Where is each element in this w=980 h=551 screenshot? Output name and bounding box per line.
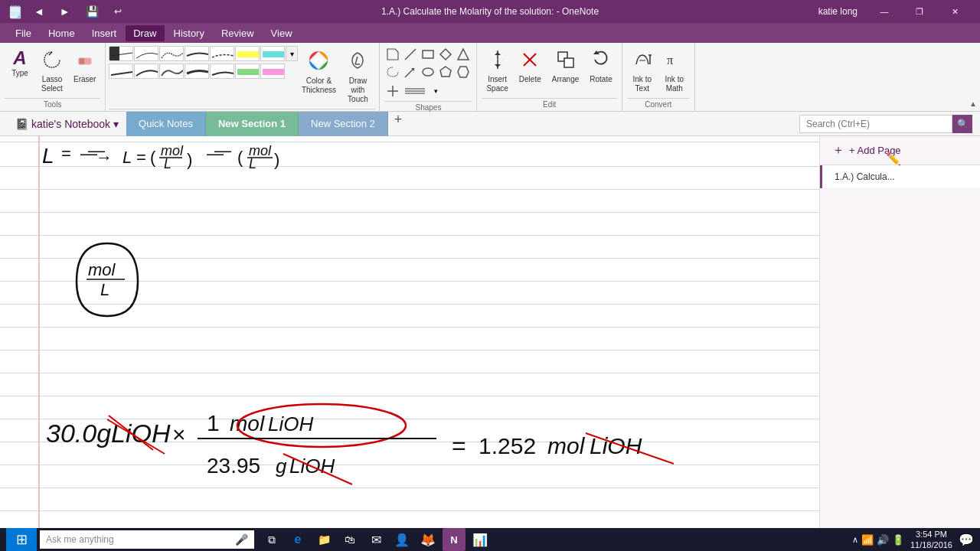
edge-browser-icon[interactable]: e [286,528,309,551]
pen-swatch-b5[interactable] [210,64,234,79]
color-thickness-button[interactable]: Color &Thickness [299,46,338,98]
pen-swatch-b4[interactable] [185,64,209,79]
volume-icon[interactable]: 🔊 [877,534,889,546]
ink-to-text-icon [632,49,653,73]
clock[interactable]: 3:54 PM 11/18/2016 [910,529,952,551]
delete-label: Delete [519,75,541,84]
folder-icon[interactable]: 📁 [312,528,335,551]
tab-new-section-1[interactable]: New Section 1 [206,112,299,136]
title-left: 🗒️ ◄ ► 💾 ↩ [8,4,126,19]
svg-text:(: ( [150,148,156,167]
back-button[interactable]: ◄ [29,4,49,19]
edit-note-icon[interactable]: ✏️ [886,152,901,166]
highlighter-cyan[interactable] [260,46,285,61]
svg-marker-27 [495,64,501,67]
pen-swatch-dropdown[interactable]: ▾ [286,46,298,61]
minimize-button[interactable]: — [867,0,902,23]
eraser-button[interactable]: Eraser [69,46,100,87]
insert-space-label: InsertSpace [486,75,508,93]
shape-diamond[interactable] [437,46,454,63]
shape-cross[interactable] [384,83,401,99]
type-button[interactable]: A Type [5,46,35,81]
pen-swatch-b3[interactable] [159,64,184,79]
add-section-button[interactable]: + [388,112,409,136]
insert-space-icon [487,49,508,73]
shape-triangle[interactable] [455,46,472,63]
onenote-taskbar-icon[interactable]: N [443,528,466,551]
up-arrow-icon[interactable]: ∧ [852,535,858,545]
save-button[interactable]: 💾 [81,4,103,19]
lasso-label: LassoSelect [41,75,63,93]
notification-button[interactable]: 💬 [959,533,974,547]
delete-button[interactable]: Delete [514,46,546,87]
pen-swatch-1[interactable] [109,46,133,61]
menu-review[interactable]: Review [214,25,262,41]
menu-home[interactable]: Home [41,25,83,41]
tools-group-content: A Type LassoSelect [5,46,100,96]
pen-swatch-5[interactable] [210,46,234,61]
shape-hexagon[interactable] [455,64,472,80]
search-button[interactable]: 🔍 [952,115,972,133]
shape-pentagon[interactable] [437,64,454,80]
start-button[interactable]: ⊞ [6,528,37,551]
firefox-icon[interactable]: 🦊 [416,528,439,551]
rotate-button[interactable]: Rotate [585,46,616,87]
menu-history[interactable]: History [166,25,212,41]
menu-insert[interactable]: Insert [84,25,125,41]
store-icon[interactable]: 🛍 [338,528,361,551]
ribbon-collapse[interactable]: ▲ [966,43,980,111]
close-button[interactable]: ✕ [937,0,972,23]
ink-to-math-button[interactable]: π Ink toMath [659,46,690,96]
page-item-1[interactable]: 1.A.) Calcula... [820,165,980,188]
highlighter-yellow[interactable] [235,46,260,61]
notebook-name-button[interactable]: 📓 katie's Notebook ▾ [8,118,126,130]
lasso-button[interactable]: LassoSelect [37,46,67,96]
taskbar-icons: ⧉ e 📁 🛍 ✉ 👤 🦊 N 📊 [260,528,492,551]
shape-dropdown[interactable]: ▾ [427,83,444,99]
highlighter-pink[interactable] [260,64,285,79]
svg-text:mol: mol [88,260,116,279]
app-icon-2[interactable]: 📊 [469,528,492,551]
menu-view[interactable]: View [263,25,300,41]
eraser-label: Eraser [74,75,96,84]
svg-text:(: ( [237,148,243,167]
undo-button[interactable]: ↩ [109,5,126,18]
shape-lasso[interactable] [384,64,401,80]
shape-rect[interactable] [420,46,436,63]
menu-file[interactable]: File [8,25,39,41]
tab-new-section-2[interactable]: New Section 2 [299,112,388,136]
shape-select[interactable] [384,46,401,63]
pen-swatch-2[interactable] [134,46,158,61]
highlighter-green[interactable] [235,64,260,79]
shape-arrow[interactable] [402,64,419,80]
svg-text:L: L [42,144,54,168]
svg-text:=: = [452,432,466,459]
network-icon[interactable]: 📶 [861,534,874,546]
shape-align[interactable] [403,83,426,99]
pen-swatch-3[interactable] [159,46,184,61]
type-icon: A [13,49,26,67]
ink-to-math-label: Ink toMath [665,75,684,93]
equation-top: L = — — → L = ( mol L ) — — ( mol L [42,141,279,171]
taskbar-search[interactable]: Ask me anything 🎤 [40,530,254,549]
restore-button[interactable]: ❐ [902,0,937,23]
ink-to-text-button[interactable]: Ink toText [627,46,658,96]
pen-swatch-b2[interactable] [134,64,158,79]
mail-icon[interactable]: ✉ [364,528,387,551]
pen-swatch-b1[interactable] [109,64,133,79]
shape-ellipse[interactable] [420,64,436,80]
shape-line[interactable] [402,46,419,63]
notebook-dropdown-arrow: ▾ [113,118,119,130]
note-canvas[interactable]: L = — — → L = ( mol L ) — — ( mol L [0,136,819,528]
forward-button[interactable]: ► [55,4,75,19]
menu-draw[interactable]: Draw [126,25,164,41]
battery-icon[interactable]: 🔋 [892,534,904,546]
arrange-button[interactable]: Arrange [547,46,584,87]
search-input[interactable] [799,115,952,133]
task-view-button[interactable]: ⧉ [260,528,283,551]
insert-space-button[interactable]: InsertSpace [482,46,512,96]
people-icon[interactable]: 👤 [390,528,413,551]
draw-touch-button[interactable]: Draw withTouch [339,46,376,107]
tab-quick-notes[interactable]: Quick Notes [126,112,206,136]
pen-swatch-4[interactable] [185,46,209,61]
